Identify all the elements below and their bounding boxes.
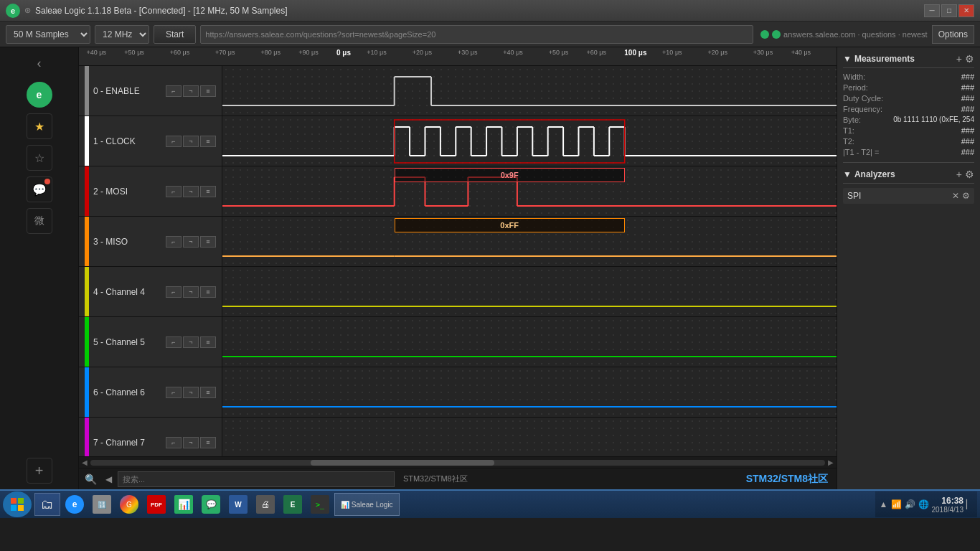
taskbar-ie[interactable]: e	[62, 493, 88, 516]
samples-select[interactable]: 50 M Samples 10 M Samples 100 M Samples	[6, 25, 90, 44]
search-input[interactable]	[118, 471, 395, 487]
tray-show-desktop[interactable]: ▏	[966, 499, 973, 509]
analyzers-controls: + ⚙	[956, 169, 974, 180]
channel-signal-7	[222, 418, 837, 456]
left-sidebar: ‹ e ★ ☆ 💬 微 +	[0, 47, 79, 489]
scroll-right-btn[interactable]: ▶	[828, 458, 834, 466]
channel-signal-0	[222, 66, 837, 116]
ch-controls-5: ⌐ ¬ ≡	[166, 336, 216, 348]
ch-color-5	[85, 317, 89, 367]
nav-back-button[interactable]: ‹	[27, 50, 52, 76]
ch-ctrl-more-5[interactable]: ≡	[200, 336, 216, 348]
ch-ctrl-more-1[interactable]: ≡	[200, 136, 216, 147]
meas-t1: T1: ###	[843, 126, 974, 135]
ch-ctrl-neg-1[interactable]: ¬	[183, 136, 199, 147]
start-button[interactable]: Start	[154, 25, 196, 44]
status-dot-green	[760, 30, 769, 39]
ch-ctrl-edge-3[interactable]: ⌐	[166, 236, 182, 248]
ch-ctrl-neg-4[interactable]: ¬	[183, 286, 199, 298]
ch-ctrl-more-4[interactable]: ≡	[200, 286, 216, 298]
taskbar-explorer[interactable]: 🗂	[34, 493, 60, 516]
add-btn[interactable]: +	[27, 458, 52, 484]
ch-ctrl-edge-6[interactable]: ⌐	[166, 387, 182, 398]
options-button[interactable]: Options	[932, 25, 974, 44]
sys-tray: ▲ 📶 🔊 🌐 16:38 2018/4/13 ▏	[875, 491, 977, 517]
star-btn[interactable]: ☆	[27, 145, 52, 171]
panel-divider	[843, 162, 974, 163]
search-icon[interactable]: 🔍	[82, 472, 100, 486]
ch-ctrl-neg-3[interactable]: ¬	[183, 236, 199, 248]
taskbar-pdf[interactable]: PDF	[143, 493, 169, 516]
ch-ctrl-edge-2[interactable]: ⌐	[166, 186, 182, 197]
scroll-thumb[interactable]	[311, 460, 494, 466]
clock-date: 2018/4/13	[932, 506, 964, 514]
channel-signal-1	[222, 116, 837, 166]
ch-ctrl-more-6[interactable]: ≡	[200, 387, 216, 398]
measurements-settings-btn[interactable]: ⚙	[965, 53, 974, 65]
clock-time: 16:38	[932, 496, 964, 506]
taskbar-word[interactable]: W	[225, 493, 251, 516]
analyzers-settings-btn[interactable]: ⚙	[965, 169, 974, 180]
tray-network[interactable]: 📶	[891, 499, 902, 509]
ch-ctrl-neg-7[interactable]: ¬	[183, 437, 199, 448]
channel-label-3: 3 - MISO ⌐ ¬ ≡	[79, 217, 222, 266]
minimize-button[interactable]: ─	[924, 4, 940, 17]
ch-color-7	[85, 418, 89, 456]
channel-row-2: 2 - MOSI ⌐ ¬ ≡	[79, 166, 837, 217]
meas-byte: Byte: 0b 1111 1110 (0xFE, 254	[843, 116, 974, 124]
ch-ctrl-edge-0[interactable]: ⌐	[166, 85, 182, 97]
analyzers-add-btn[interactable]: +	[956, 169, 962, 180]
taskbar-wechat[interactable]: 💬	[198, 493, 224, 516]
url-bar[interactable]	[200, 25, 753, 44]
ch-ctrl-neg-2[interactable]: ¬	[183, 186, 199, 197]
scroll-left-btn[interactable]: ◀	[82, 458, 88, 466]
taskbar-calc[interactable]: 🔢	[89, 493, 115, 516]
analyzer-settings-btn[interactable]: ⚙	[962, 191, 970, 201]
right-panel: ▼ Measurements + ⚙ Width: ### Period: ##…	[837, 47, 980, 489]
close-button[interactable]: ✕	[958, 4, 974, 17]
measurements-add-btn[interactable]: +	[956, 53, 962, 65]
favorites-btn[interactable]: ★	[27, 113, 52, 139]
ch-ctrl-edge-5[interactable]: ⌐	[166, 336, 182, 348]
ch-name-1: 1 - CLOCK	[93, 136, 161, 146]
freq-select[interactable]: 12 MHz 4 MHz 16 MHz	[95, 25, 149, 44]
search-nav-prev[interactable]: ◀	[103, 473, 115, 486]
ch-ctrl-neg-6[interactable]: ¬	[183, 387, 199, 398]
taskbar-terminal[interactable]: >_	[307, 493, 333, 516]
status-dot-green2	[772, 30, 781, 39]
community-link[interactable]: STM32/STM8社区	[746, 473, 828, 486]
channel-area: 0 μs 100 μs +40 μs +50 μs +60 μs +70 μs …	[79, 47, 837, 489]
tray-arrow[interactable]: ▲	[880, 499, 888, 509]
taskbar-right: ▲ 📶 🔊 🌐 16:38 2018/4/13 ▏	[875, 491, 977, 517]
ch-ctrl-more-2[interactable]: ≡	[200, 186, 216, 197]
taskbar-chart[interactable]: 📊	[171, 493, 197, 516]
taskbar-active-saleae[interactable]: 📊 Saleae Logic	[334, 493, 400, 516]
triangle-icon: ▼	[843, 54, 852, 64]
maximize-button[interactable]: □	[941, 4, 957, 17]
ch-ctrl-more-3[interactable]: ≡	[200, 236, 216, 248]
analyzer-delete-btn[interactable]: ✕	[952, 191, 959, 201]
ch-ctrl-neg-5[interactable]: ¬	[183, 336, 199, 348]
start-button[interactable]	[3, 491, 32, 517]
weibo-btn[interactable]: 微	[27, 208, 52, 234]
ch-ctrl-edge-7[interactable]: ⌐	[166, 437, 182, 448]
taskbar-chrome[interactable]: G	[116, 493, 142, 516]
ch-controls-3: ⌐ ¬ ≡	[166, 236, 216, 248]
ch-ctrl-neg-0[interactable]: ¬	[183, 85, 199, 97]
meas-period: Period: ###	[843, 83, 974, 92]
ch-ctrl-edge-1[interactable]: ⌐	[166, 136, 182, 147]
main-area: ‹ e ★ ☆ 💬 微 + 0 μs 100 μs +40 μs +50 μs …	[0, 47, 980, 489]
ch-ctrl-edge-4[interactable]: ⌐	[166, 286, 182, 298]
channel-label-0: 0 - ENABLE ⌐ ¬ ≡	[79, 66, 222, 116]
scroll-track[interactable]	[90, 460, 825, 466]
channel-row-6: 6 - Channel 6 ⌐ ¬ ≡	[79, 367, 837, 418]
search-bar: 🔍 ◀ STM32/STM8社区 STM32/STM8社区	[79, 468, 837, 489]
window-title: Saleae Logic 1.1.18 Beta - [Connected] -…	[35, 6, 924, 16]
taskbar-excel[interactable]: E	[280, 493, 306, 516]
ch-ctrl-more-7[interactable]: ≡	[200, 437, 216, 448]
tray-volume[interactable]: 🔊	[905, 499, 915, 509]
ch-ctrl-more-0[interactable]: ≡	[200, 85, 216, 97]
taskbar-print[interactable]: 🖨	[253, 493, 278, 516]
chat-btn[interactable]: 💬	[27, 176, 52, 202]
tray-keyboard[interactable]: 🌐	[918, 499, 929, 509]
